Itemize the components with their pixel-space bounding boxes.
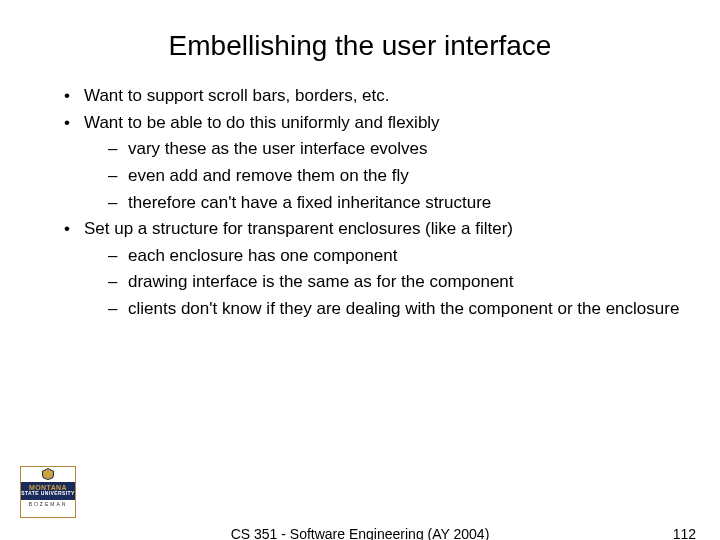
bullet-text: vary these as the user interface evolves [128, 139, 428, 158]
sub-bullet-item: therefore can't have a fixed inheritance… [104, 191, 680, 216]
sub-bullet-item: drawing interface is the same as for the… [104, 270, 680, 295]
sub-bullet-item: each enclosure has one component [104, 244, 680, 269]
bullet-text: therefore can't have a fixed inheritance… [128, 193, 491, 212]
bullet-text: drawing interface is the same as for the… [128, 272, 514, 291]
sub-bullet-item: vary these as the user interface evolves [104, 137, 680, 162]
sub-bullet-item: clients don't know if they are dealing w… [104, 297, 680, 322]
bullet-item: Want to be able to do this uniformly and… [60, 111, 680, 216]
bullet-text: each enclosure has one component [128, 246, 397, 265]
bullet-text: clients don't know if they are dealing w… [128, 299, 679, 318]
bullet-item: Set up a structure for transparent enclo… [60, 217, 680, 322]
bullet-list: Want to support scroll bars, borders, et… [60, 84, 680, 322]
footer-page-number: 112 [673, 526, 696, 540]
sub-bullet-list: vary these as the user interface evolves… [104, 137, 680, 215]
footer-course: CS 351 - Software Engineering (AY 2004) [0, 526, 720, 540]
logo-city: BOZEMAN [21, 500, 75, 507]
sub-bullet-list: each enclosure has one component drawing… [104, 244, 680, 322]
slide-title: Embellishing the user interface [40, 30, 680, 62]
bullet-text: Want to be able to do this uniformly and… [84, 113, 440, 132]
logo-text: MONTANA STATE UNIVERSITY [21, 482, 75, 500]
bullet-item: Want to support scroll bars, borders, et… [60, 84, 680, 109]
logo-crest-icon [21, 468, 75, 482]
slide: Embellishing the user interface Want to … [0, 0, 720, 540]
bullet-text: even add and remove them on the fly [128, 166, 409, 185]
bullet-text: Want to support scroll bars, borders, et… [84, 86, 390, 105]
bullet-text: Set up a structure for transparent enclo… [84, 219, 513, 238]
logo-line2: STATE UNIVERSITY [21, 491, 75, 496]
university-logo: MONTANA STATE UNIVERSITY BOZEMAN [20, 466, 76, 518]
sub-bullet-item: even add and remove them on the fly [104, 164, 680, 189]
